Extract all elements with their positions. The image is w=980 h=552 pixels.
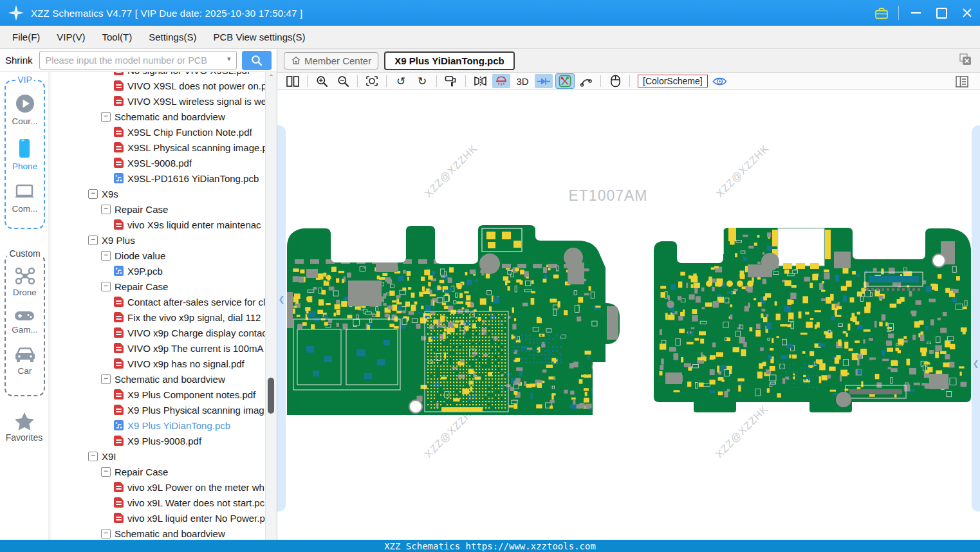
tree-item[interactable]: −Schematic and boardview xyxy=(48,371,277,387)
tree-item[interactable]: X9 Plus YiDianTong.pcb xyxy=(48,418,277,433)
title-bar: XZZ Schematics V4.77 [ VIP Due date: 202… xyxy=(0,0,980,26)
search-button[interactable] xyxy=(242,51,272,70)
scrollbar-thumb[interactable] xyxy=(268,378,274,414)
side-panel-toggle-button[interactable] xyxy=(953,75,971,89)
tab-active-pcb[interactable]: X9 Plus YiDianTong.pcb xyxy=(384,51,515,70)
tree-item[interactable]: X9 Plus-9008.pdf xyxy=(48,433,277,448)
tree-item[interactable]: X9P.pcb xyxy=(48,263,277,279)
collapse-expander-icon[interactable]: − xyxy=(101,251,111,261)
tree-item[interactable]: VIVO X9SL wireless signal is wea xyxy=(48,93,277,109)
tree-item[interactable]: −Repair Case xyxy=(48,201,277,217)
paint-roller-button[interactable] xyxy=(442,74,460,88)
probe-measure-button[interactable] xyxy=(556,74,574,88)
collapse-left-panel-handle[interactable]: ❮ xyxy=(277,125,286,511)
menu-pcb-view-settings[interactable]: PCB View settings(S) xyxy=(205,26,313,48)
menu-file[interactable]: File(F) xyxy=(4,26,48,48)
tree-item[interactable]: vivo x9L Power on the meter wh xyxy=(48,479,277,495)
tree-item[interactable]: −Repair Case xyxy=(48,279,277,294)
tree-item[interactable]: −Schematic and boardview xyxy=(48,109,277,124)
star-icon xyxy=(14,412,35,431)
tree-item[interactable]: vivo x9L liquid enter No Power.p xyxy=(48,510,277,526)
sidebar-item-drone[interactable]: Drone xyxy=(13,266,37,297)
tree-item[interactable]: Contact after-sales service for cl xyxy=(48,294,277,309)
collapse-expander-icon[interactable]: − xyxy=(101,282,111,291)
rotate-left-button[interactable]: ↺ xyxy=(392,74,410,88)
tree-item[interactable]: vivo x9L Water does not start.pc xyxy=(48,495,277,510)
close-button[interactable] xyxy=(954,0,980,26)
scroll-up-icon[interactable]: ⌃ xyxy=(266,73,277,80)
vip-briefcase-icon[interactable] xyxy=(869,0,894,26)
jumper-curve-button[interactable] xyxy=(577,74,595,88)
collapse-expander-icon[interactable]: − xyxy=(88,235,98,245)
menu-tool[interactable]: Tool(T) xyxy=(94,26,141,48)
sidebar-item-phone[interactable]: Phone xyxy=(12,138,37,171)
collapse-expander-icon[interactable]: − xyxy=(101,467,111,477)
zoom-out-button[interactable] xyxy=(334,74,352,88)
tab-label: X9 Plus YiDianTong.pcb xyxy=(394,55,504,66)
tree-item[interactable]: X9SL Physical scanning image.p xyxy=(48,140,277,155)
tree-item[interactable]: −X9I xyxy=(48,448,277,464)
chevron-down-icon[interactable]: ▾ xyxy=(227,55,231,63)
split-view-button[interactable] xyxy=(284,74,302,88)
vip-group: VIP Cour... xyxy=(5,80,45,229)
custom-group: Custom Drone xyxy=(5,253,45,396)
menu-vip[interactable]: VIP(V) xyxy=(48,26,93,48)
tree-item[interactable]: X9 Plus Physical scanning imag xyxy=(48,402,277,418)
pdf-file-icon xyxy=(114,405,124,415)
collapse-expander-icon[interactable]: − xyxy=(88,189,98,199)
sidebar-item-game[interactable]: Gam... xyxy=(12,309,38,335)
tree-item[interactable]: VIVO x9p Charge display contac xyxy=(48,325,277,340)
collapse-expander-icon[interactable]: − xyxy=(101,529,111,538)
visibility-eye-button[interactable] xyxy=(711,74,729,88)
mouse-settings-button[interactable] xyxy=(606,74,624,88)
search-input[interactable] xyxy=(39,51,237,69)
tree-item[interactable]: VIVO x9p The current is 100mA xyxy=(48,340,277,356)
tree-item[interactable]: Fix the vivo x9p signal, dial 112 xyxy=(48,309,277,325)
menu-settings[interactable]: Settings(S) xyxy=(140,26,205,48)
sidebar-item-computer[interactable]: Com... xyxy=(12,183,38,214)
3d-view-button[interactable]: 3D xyxy=(513,74,532,88)
close-all-tabs-icon[interactable] xyxy=(959,53,972,69)
tree-item[interactable]: VIVO X9SL does not power on.p xyxy=(48,78,277,93)
collapse-expander-icon[interactable]: − xyxy=(88,452,98,461)
tree-item[interactable]: −X9 Plus xyxy=(48,232,277,248)
tree-item[interactable]: No signal for VIVO X9SL.pdf xyxy=(48,72,277,78)
tree-item-label: Schematic and boardview xyxy=(115,374,225,385)
tree-scrollbar[interactable]: ⌃ xyxy=(265,72,277,540)
tab-member-center[interactable]: Member Center xyxy=(284,52,378,69)
pcb-viewport[interactable]: ET1007AM ❮ ❮ XZZ@XZZHKXZZ@XZZHKXZZ@XZZHK… xyxy=(277,90,980,540)
tree-item[interactable]: vivo X9s liquid enter maintenac xyxy=(48,217,277,232)
status-bar: XZZ Schematics https://www.xzztools.com xyxy=(0,540,980,552)
maximize-button[interactable] xyxy=(929,0,954,26)
tree-item[interactable]: −Schematic and boardview xyxy=(48,526,277,540)
tree-item[interactable]: X9 Plus Component notes.pdf xyxy=(48,387,277,402)
sidebar-item-course[interactable]: Cour... xyxy=(12,93,38,126)
diode-mode-button[interactable] xyxy=(535,74,553,88)
zoom-in-button[interactable] xyxy=(313,74,331,88)
tree-item[interactable]: X9SL-9008.pdf xyxy=(48,155,277,170)
tree-item[interactable]: −X9s xyxy=(48,186,277,201)
tree-item-label: vivo X9s liquid enter maintenac xyxy=(127,219,261,230)
sidebar-item-favorites[interactable]: Favorites xyxy=(0,412,48,443)
collapse-right-panel-handle[interactable]: ❮ xyxy=(972,125,980,511)
pcb-board-right[interactable] xyxy=(654,227,971,412)
pcb-file-icon xyxy=(114,173,124,183)
tree-item[interactable]: X9SL-PD1616 YiDianTong.pcb xyxy=(48,170,277,186)
pcb-board-left[interactable] xyxy=(287,225,620,415)
collapse-expander-icon[interactable]: − xyxy=(101,205,111,214)
sidebar-item-car[interactable]: Car xyxy=(14,346,37,376)
tree-item[interactable]: −Diode value xyxy=(48,248,277,263)
tree-item[interactable]: VIVO x9p has no signal.pdf xyxy=(48,356,277,371)
tree-item[interactable]: X9SL Chip Function Note.pdf xyxy=(48,124,277,140)
color-scheme-button[interactable]: [ColorScheme] xyxy=(638,75,708,87)
tree-item[interactable]: −Repair Case xyxy=(48,464,277,479)
rotate-right-button[interactable]: ↻ xyxy=(413,74,431,88)
collapse-expander-icon[interactable]: − xyxy=(101,374,111,384)
mirror-flip-button[interactable] xyxy=(471,74,489,88)
fit-view-button[interactable] xyxy=(363,74,381,88)
collapse-expander-icon[interactable]: − xyxy=(101,112,111,122)
lamp-highlight-button[interactable] xyxy=(492,74,510,88)
minimize-button[interactable] xyxy=(903,0,929,26)
shrink-button[interactable]: Shrink xyxy=(5,55,33,66)
pcb-canvas[interactable] xyxy=(277,90,980,540)
